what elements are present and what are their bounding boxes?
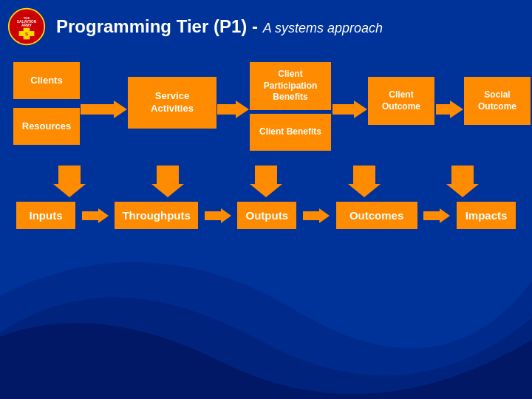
diagram: Clients Resources Service Activities Cli… — [0, 49, 532, 229]
horiz-arrow-2 — [205, 208, 231, 223]
title-subtitle: A systems approach — [263, 21, 383, 35]
outputs-label: Outputs — [237, 202, 296, 229]
down-arrow-5 — [446, 166, 479, 197]
arrow-2 — [217, 100, 249, 118]
horiz-arrow-3 — [303, 208, 330, 223]
inputs-label: Inputs — [16, 202, 75, 229]
svg-text:THE: THE — [24, 16, 30, 20]
page-title: Programming Tier (P1) - A systems approa… — [56, 16, 383, 38]
clients-box: Clients — [13, 62, 80, 99]
down-arrow-1 — [53, 166, 86, 197]
client-benefits-box: Client Benefits — [250, 114, 331, 151]
arrow-3 — [332, 100, 367, 118]
svg-text:S: S — [25, 32, 28, 36]
down-arrow-3 — [250, 166, 282, 197]
arrow-1 — [81, 100, 127, 118]
throughputs-label: Throughputs — [115, 202, 197, 229]
title-block: Programming Tier (P1) - A systems approa… — [56, 16, 383, 38]
down-arrow-2 — [151, 166, 184, 197]
svg-text:SALVATION: SALVATION — [17, 20, 37, 24]
resources-box: Resources — [13, 108, 80, 145]
down-arrow-4 — [348, 166, 381, 197]
salvation-army-logo: THE SALVATION ARMY S — [7, 7, 46, 46]
title-main: Programming Tier (P1) - — [56, 16, 258, 36]
svg-text:ARMY: ARMY — [21, 24, 33, 27]
service-activities-box: Service Activities — [128, 77, 216, 129]
top-row: Clients Resources Service Activities Cli… — [13, 56, 519, 160]
client-outcome-box: Client Outcome — [368, 77, 434, 125]
arrow-4 — [436, 100, 463, 118]
client-participation-box: Client Participation Benefits — [250, 62, 331, 110]
down-arrows-row — [13, 166, 519, 197]
header: THE SALVATION ARMY S Programming Tier (P… — [0, 0, 532, 49]
horiz-arrow-1 — [82, 208, 109, 223]
horiz-arrow-4 — [423, 208, 450, 223]
outcomes-label: Outcomes — [336, 202, 417, 229]
social-outcome-box: Social Outcome — [464, 77, 531, 125]
impacts-label: Impacts — [457, 202, 516, 229]
bottom-labels: Inputs Throughputs Outputs Outcomes Impa — [13, 202, 519, 229]
